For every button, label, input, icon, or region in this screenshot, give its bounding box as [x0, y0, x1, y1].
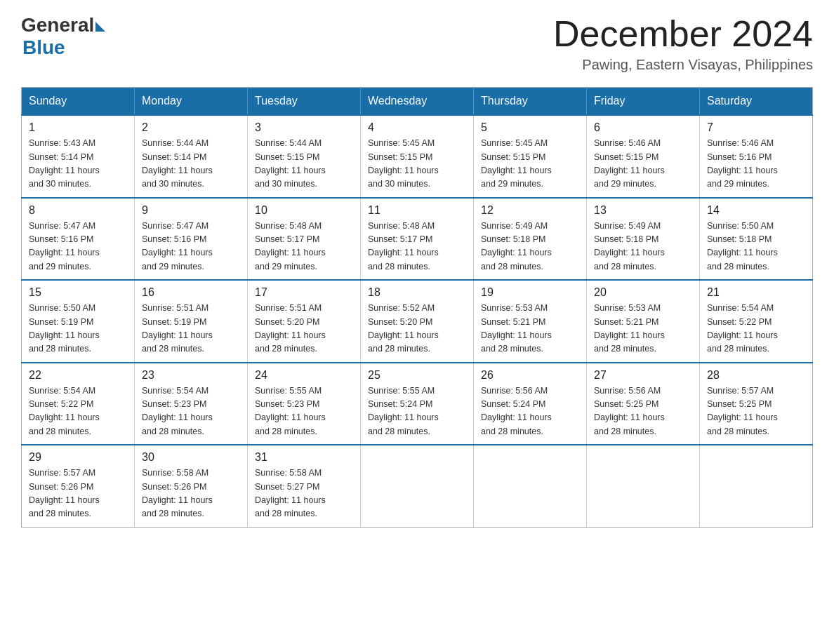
- calendar-cell: 23Sunrise: 5:54 AM Sunset: 5:23 PM Dayli…: [135, 363, 248, 445]
- day-number: 7: [707, 121, 805, 134]
- day-info: Sunrise: 5:43 AM Sunset: 5:14 PM Dayligh…: [29, 137, 127, 192]
- day-number: 23: [142, 369, 240, 382]
- calendar-header: SundayMondayTuesdayWednesdayThursdayFrid…: [22, 88, 813, 116]
- day-number: 26: [481, 369, 579, 382]
- day-info: Sunrise: 5:44 AM Sunset: 5:15 PM Dayligh…: [255, 137, 353, 192]
- day-info: Sunrise: 5:57 AM Sunset: 5:25 PM Dayligh…: [707, 384, 805, 439]
- title-section: December 2024 Pawing, Eastern Visayas, P…: [553, 14, 813, 73]
- calendar-cell: 28Sunrise: 5:57 AM Sunset: 5:25 PM Dayli…: [700, 363, 813, 445]
- day-number: 16: [142, 286, 240, 299]
- day-info: Sunrise: 5:44 AM Sunset: 5:14 PM Dayligh…: [142, 137, 240, 192]
- day-info: Sunrise: 5:50 AM Sunset: 5:18 PM Dayligh…: [707, 220, 805, 274]
- weekday-sunday: Sunday: [22, 88, 135, 116]
- calendar-cell: 10Sunrise: 5:48 AM Sunset: 5:17 PM Dayli…: [248, 198, 361, 281]
- page-header: General Blue December 2024 Pawing, Easte…: [21, 14, 813, 73]
- day-info: Sunrise: 5:54 AM Sunset: 5:23 PM Dayligh…: [142, 384, 240, 439]
- calendar-cell: 6Sunrise: 5:46 AM Sunset: 5:15 PM Daylig…: [587, 115, 700, 198]
- day-info: Sunrise: 5:50 AM Sunset: 5:19 PM Dayligh…: [29, 302, 127, 356]
- day-info: Sunrise: 5:47 AM Sunset: 5:16 PM Dayligh…: [29, 220, 127, 274]
- month-title: December 2024: [553, 14, 813, 54]
- day-info: Sunrise: 5:46 AM Sunset: 5:15 PM Dayligh…: [594, 137, 692, 192]
- day-number: 29: [29, 451, 127, 464]
- day-info: Sunrise: 5:51 AM Sunset: 5:20 PM Dayligh…: [255, 302, 353, 356]
- calendar-cell: 27Sunrise: 5:56 AM Sunset: 5:25 PM Dayli…: [587, 363, 700, 445]
- calendar-cell: [587, 445, 700, 527]
- day-number: 4: [368, 121, 466, 134]
- logo-arrow-icon: [95, 22, 105, 32]
- location: Pawing, Eastern Visayas, Philippines: [553, 57, 813, 73]
- calendar-cell: 17Sunrise: 5:51 AM Sunset: 5:20 PM Dayli…: [248, 280, 361, 363]
- day-info: Sunrise: 5:52 AM Sunset: 5:20 PM Dayligh…: [368, 302, 466, 356]
- day-number: 5: [481, 121, 579, 134]
- day-number: 10: [255, 204, 353, 217]
- day-info: Sunrise: 5:51 AM Sunset: 5:19 PM Dayligh…: [142, 302, 240, 356]
- day-info: Sunrise: 5:58 AM Sunset: 5:26 PM Dayligh…: [142, 467, 240, 521]
- calendar-cell: 31Sunrise: 5:58 AM Sunset: 5:27 PM Dayli…: [248, 445, 361, 527]
- weekday-friday: Friday: [587, 88, 700, 116]
- day-number: 21: [707, 286, 805, 299]
- calendar-cell: 4Sunrise: 5:45 AM Sunset: 5:15 PM Daylig…: [361, 115, 474, 198]
- day-number: 15: [29, 286, 127, 299]
- calendar-week-2: 8Sunrise: 5:47 AM Sunset: 5:16 PM Daylig…: [22, 198, 813, 281]
- logo-text: General: [21, 14, 105, 36]
- day-number: 6: [594, 121, 692, 134]
- day-info: Sunrise: 5:55 AM Sunset: 5:24 PM Dayligh…: [368, 384, 466, 439]
- logo-general-text: General: [21, 14, 94, 36]
- calendar-week-4: 22Sunrise: 5:54 AM Sunset: 5:22 PM Dayli…: [22, 363, 813, 445]
- calendar-cell: 5Sunrise: 5:45 AM Sunset: 5:15 PM Daylig…: [474, 115, 587, 198]
- day-info: Sunrise: 5:46 AM Sunset: 5:16 PM Dayligh…: [707, 137, 805, 192]
- day-info: Sunrise: 5:54 AM Sunset: 5:22 PM Dayligh…: [707, 302, 805, 356]
- weekday-wednesday: Wednesday: [361, 88, 474, 116]
- day-info: Sunrise: 5:54 AM Sunset: 5:22 PM Dayligh…: [29, 384, 127, 439]
- calendar-cell: 13Sunrise: 5:49 AM Sunset: 5:18 PM Dayli…: [587, 198, 700, 281]
- calendar-cell: 24Sunrise: 5:55 AM Sunset: 5:23 PM Dayli…: [248, 363, 361, 445]
- day-info: Sunrise: 5:58 AM Sunset: 5:27 PM Dayligh…: [255, 467, 353, 521]
- day-info: Sunrise: 5:57 AM Sunset: 5:26 PM Dayligh…: [29, 467, 127, 521]
- day-number: 30: [142, 451, 240, 464]
- day-info: Sunrise: 5:48 AM Sunset: 5:17 PM Dayligh…: [368, 220, 466, 274]
- day-number: 18: [368, 286, 466, 299]
- calendar-table: SundayMondayTuesdayWednesdayThursdayFrid…: [21, 87, 813, 528]
- day-number: 22: [29, 369, 127, 382]
- day-number: 8: [29, 204, 127, 217]
- calendar-cell: 11Sunrise: 5:48 AM Sunset: 5:17 PM Dayli…: [361, 198, 474, 281]
- day-info: Sunrise: 5:49 AM Sunset: 5:18 PM Dayligh…: [481, 220, 579, 274]
- calendar-cell: 9Sunrise: 5:47 AM Sunset: 5:16 PM Daylig…: [135, 198, 248, 281]
- calendar-cell: 12Sunrise: 5:49 AM Sunset: 5:18 PM Dayli…: [474, 198, 587, 281]
- calendar-cell: 18Sunrise: 5:52 AM Sunset: 5:20 PM Dayli…: [361, 280, 474, 363]
- day-number: 2: [142, 121, 240, 134]
- calendar-week-3: 15Sunrise: 5:50 AM Sunset: 5:19 PM Dayli…: [22, 280, 813, 363]
- day-info: Sunrise: 5:45 AM Sunset: 5:15 PM Dayligh…: [481, 137, 579, 192]
- day-number: 1: [29, 121, 127, 134]
- day-info: Sunrise: 5:49 AM Sunset: 5:18 PM Dayligh…: [594, 220, 692, 274]
- calendar-cell: 26Sunrise: 5:56 AM Sunset: 5:24 PM Dayli…: [474, 363, 587, 445]
- day-number: 24: [255, 369, 353, 382]
- calendar-body: 1Sunrise: 5:43 AM Sunset: 5:14 PM Daylig…: [22, 115, 813, 527]
- calendar-cell: 8Sunrise: 5:47 AM Sunset: 5:16 PM Daylig…: [22, 198, 135, 281]
- day-number: 12: [481, 204, 579, 217]
- day-number: 20: [594, 286, 692, 299]
- weekday-saturday: Saturday: [700, 88, 813, 116]
- calendar-cell: [361, 445, 474, 527]
- calendar-cell: 29Sunrise: 5:57 AM Sunset: 5:26 PM Dayli…: [22, 445, 135, 527]
- day-number: 3: [255, 121, 353, 134]
- calendar-cell: 30Sunrise: 5:58 AM Sunset: 5:26 PM Dayli…: [135, 445, 248, 527]
- calendar-cell: [700, 445, 813, 527]
- day-info: Sunrise: 5:45 AM Sunset: 5:15 PM Dayligh…: [368, 137, 466, 192]
- day-number: 13: [594, 204, 692, 217]
- calendar-cell: 14Sunrise: 5:50 AM Sunset: 5:18 PM Dayli…: [700, 198, 813, 281]
- weekday-monday: Monday: [135, 88, 248, 116]
- weekday-tuesday: Tuesday: [248, 88, 361, 116]
- day-info: Sunrise: 5:56 AM Sunset: 5:25 PM Dayligh…: [594, 384, 692, 439]
- calendar-cell: 15Sunrise: 5:50 AM Sunset: 5:19 PM Dayli…: [22, 280, 135, 363]
- calendar-cell: 21Sunrise: 5:54 AM Sunset: 5:22 PM Dayli…: [700, 280, 813, 363]
- day-number: 17: [255, 286, 353, 299]
- calendar-cell: 2Sunrise: 5:44 AM Sunset: 5:14 PM Daylig…: [135, 115, 248, 198]
- day-number: 28: [707, 369, 805, 382]
- day-number: 19: [481, 286, 579, 299]
- day-number: 25: [368, 369, 466, 382]
- day-number: 11: [368, 204, 466, 217]
- logo-blue-text: Blue: [22, 36, 65, 59]
- day-info: Sunrise: 5:56 AM Sunset: 5:24 PM Dayligh…: [481, 384, 579, 439]
- calendar-week-1: 1Sunrise: 5:43 AM Sunset: 5:14 PM Daylig…: [22, 115, 813, 198]
